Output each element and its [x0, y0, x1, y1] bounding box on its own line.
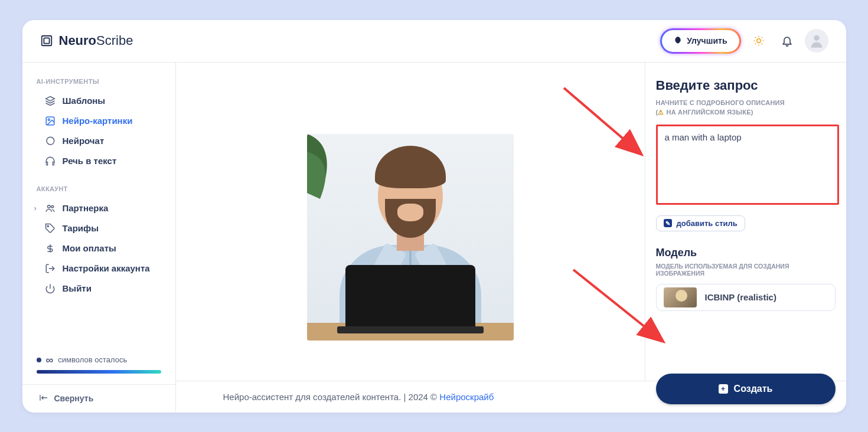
generate-label: Создать: [734, 384, 773, 394]
panel-title: Введите запрос: [656, 78, 836, 93]
model-name: ICBINP (realistic): [705, 292, 776, 302]
sidebar-item-plans[interactable]: Тарифы: [22, 218, 175, 238]
image-icon: [45, 116, 56, 126]
app-window: NeuroScribe Улучшить: [22, 20, 846, 413]
collapse-icon: [39, 393, 48, 404]
main: Введите запрос НАЧНИТЕ С ПОДРОБНОГО ОПИС…: [176, 63, 846, 413]
svg-point-8: [47, 225, 48, 227]
header-actions: Улучшить: [660, 28, 828, 54]
section-label-tools: AI-ИНСТРУМЕНТЫ: [22, 74, 175, 91]
sidebar-collapse[interactable]: Свернуть: [22, 384, 175, 413]
upgrade-label: Улучшить: [687, 36, 727, 45]
notifications-button[interactable]: [776, 30, 798, 51]
sidebar-item-label: Выйти: [63, 283, 92, 293]
layers-icon: [45, 96, 56, 106]
generated-image[interactable]: [307, 134, 514, 341]
sidebar-bottom: ∞ символов осталось: [22, 352, 175, 384]
generate-button[interactable]: + Создать: [656, 374, 836, 404]
headphones-icon: [45, 156, 56, 166]
users-icon: [45, 203, 56, 214]
prompt-panel: Введите запрос НАЧНИТЕ С ПОДРОБНОГО ОПИС…: [645, 63, 846, 413]
svg-point-3: [814, 35, 819, 41]
credits-dot-icon: [37, 358, 41, 362]
sidebar-item-label: Шаблоны: [63, 96, 106, 106]
upgrade-button[interactable]: Улучшить: [662, 30, 739, 52]
theme-toggle[interactable]: [748, 30, 769, 51]
svg-rect-1: [44, 38, 49, 43]
logo-icon: [40, 34, 53, 47]
rocket-icon: [674, 36, 682, 46]
credits-row: ∞ символов осталось: [32, 352, 166, 370]
image-canvas: [176, 63, 645, 413]
dollar-icon: [45, 243, 56, 254]
sidebar-item-speech-to-text[interactable]: Речь в текст: [22, 151, 175, 171]
sidebar-item-neurochat[interactable]: Нейрочат: [22, 131, 175, 151]
pencil-icon: ✎: [664, 219, 672, 227]
add-style-label: добавить стиль: [677, 219, 738, 228]
sidebar-item-neuro-images[interactable]: Нейро-картинки: [22, 111, 175, 131]
generated-image-illustration: [307, 134, 514, 341]
sidebar-item-label: Мои оплаты: [63, 243, 116, 253]
tag-icon: [45, 223, 56, 234]
sidebar-item-logout[interactable]: Выйти: [22, 279, 175, 299]
logo-text: NeuroScribe: [59, 33, 133, 48]
sidebar-item-templates[interactable]: Шаблоны: [22, 91, 175, 111]
svg-point-7: [51, 205, 53, 208]
panel-subtitle: НАЧНИТЕ С ПОДРОБНОГО ОПИСАНИЯ (⚠НА АНГЛИ…: [656, 98, 836, 117]
upgrade-button-wrap: Улучшить: [660, 28, 740, 54]
collapse-label: Свернуть: [54, 394, 94, 403]
logout-settings-icon: [45, 263, 56, 274]
power-icon: [45, 283, 56, 294]
plus-icon: +: [719, 384, 728, 394]
logo[interactable]: NeuroScribe: [40, 33, 133, 48]
sidebar-item-label: Тарифы: [63, 223, 99, 233]
body: AI-ИНСТРУМЕНТЫ Шаблоны Нейро-картинки Не…: [22, 63, 846, 413]
sidebar-item-label: Нейро-картинки: [63, 116, 133, 126]
add-style-button[interactable]: ✎ добавить стиль: [656, 215, 745, 231]
sidebar-item-label: Речь в текст: [63, 156, 117, 166]
prompt-input[interactable]: [656, 125, 839, 205]
svg-point-6: [47, 205, 50, 208]
sidebar-item-label: Настройки аккаунта: [63, 263, 150, 273]
warning-icon: ⚠: [658, 109, 664, 116]
model-thumb-icon: [664, 287, 697, 307]
svg-point-5: [48, 119, 50, 120]
chat-icon: [45, 136, 56, 146]
sidebar-item-partner[interactable]: Партнерка: [22, 198, 175, 218]
sidebar: AI-ИНСТРУМЕНТЫ Шаблоны Нейро-картинки Не…: [22, 63, 176, 413]
sidebar-item-account-settings[interactable]: Настройки аккаунта: [22, 258, 175, 279]
footer-text: Нейро-ассистент для создателей контента.…: [223, 392, 494, 402]
credits-label: символов осталось: [58, 355, 127, 364]
model-selector[interactable]: ICBINP (realistic): [656, 284, 836, 311]
model-title: Модель: [656, 247, 836, 259]
section-label-account: АККАУНТ: [22, 182, 175, 198]
svg-rect-0: [41, 36, 51, 46]
svg-point-2: [756, 39, 761, 43]
header: NeuroScribe Улучшить: [22, 20, 846, 63]
sidebar-item-label: Нейрочат: [63, 136, 105, 146]
sidebar-item-label: Партнерка: [63, 203, 109, 213]
sidebar-item-payments[interactable]: Мои оплаты: [22, 238, 175, 258]
user-avatar[interactable]: [805, 29, 828, 53]
model-subtitle: МОДЕЛЬ ИСПОЛЬЗУЕМАЯ ДЛЯ СОЗДАНИЯ ИЗОБРАЖ…: [656, 263, 836, 277]
footer-brand-link[interactable]: Нейроскрайб: [439, 392, 494, 402]
credits-infinity: ∞: [46, 355, 54, 365]
credits-progress: [37, 370, 161, 374]
